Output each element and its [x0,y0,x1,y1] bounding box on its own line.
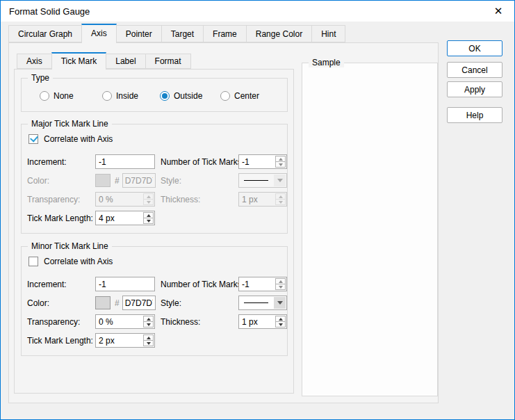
radio-outside[interactable]: Outside [160,91,202,101]
minor-thickness-spin-buttons[interactable] [275,316,286,328]
major-group-title: Major Tick Mark Line [28,119,112,129]
spin-down-icon[interactable] [144,218,153,223]
radio-center-icon[interactable] [220,91,230,101]
radio-center[interactable]: Center [220,91,259,101]
ok-button[interactable]: OK [447,40,502,56]
major-color-hash: # [111,176,122,186]
major-length-spinner[interactable] [95,211,155,225]
radio-inside-icon[interactable] [102,91,112,101]
spin-up-icon[interactable] [276,279,285,284]
minor-num-ticks-spin-buttons[interactable] [275,278,286,290]
major-row-increment: Increment: Number of Tick Marks: [27,152,287,171]
minor-row-transparency: Transparency: Thickness: [27,312,287,331]
radio-none-icon[interactable] [40,91,49,101]
major-length-spin-buttons[interactable] [143,212,154,224]
tab-hint[interactable]: Hint [311,25,345,42]
subtab-tick-mark[interactable]: Tick Mark [51,52,107,70]
major-color-hex-input [122,173,156,188]
minor-transparency-spin-buttons[interactable] [143,316,154,328]
major-color-label: Color: [27,176,95,186]
major-num-ticks-spinner[interactable] [238,154,287,169]
radio-center-label: Center [234,91,259,101]
main-tab-strip: Circular Graph Axis Pointer Target Frame… [8,24,345,43]
minor-style-label: Style: [161,298,238,308]
minor-color-field: # [95,296,155,310]
minor-color-swatch[interactable] [95,296,111,309]
radio-inside-label: Inside [116,91,138,101]
cancel-button[interactable]: Cancel [447,62,502,78]
tab-frame[interactable]: Frame [203,25,247,42]
major-correlate-checkbox[interactable] [28,134,38,144]
major-increment-input[interactable] [95,154,155,169]
minor-correlate-row[interactable]: Correlate with Axis [28,257,113,266]
chevron-down-icon[interactable] [274,297,286,309]
minor-color-hex-input[interactable] [122,296,156,310]
major-row-length: Tick Mark Length: [27,209,287,227]
spin-down-icon[interactable] [276,161,285,167]
spin-up-icon[interactable] [276,316,285,321]
minor-thickness-spinner[interactable] [238,314,287,329]
apply-button[interactable]: Apply [447,81,502,97]
radio-none[interactable]: None [40,91,74,101]
major-color-field: # [95,173,155,188]
close-icon[interactable]: ✕ [482,1,514,22]
dialog-title: Format Solid Gauge [1,6,90,17]
minor-num-ticks-label: Number of Tick Marks: [161,280,238,289]
titlebar: Format Solid Gauge ✕ [1,1,514,22]
tab-target[interactable]: Target [161,25,204,42]
tab-range-color[interactable]: Range Color [246,25,312,42]
major-num-ticks-input[interactable] [239,155,275,168]
minor-tick-mark-group: Minor Tick Mark Line Correlate with Axis… [21,246,288,356]
minor-length-input[interactable] [96,334,142,347]
help-button[interactable]: Help [447,107,502,123]
minor-style-combo[interactable] [238,296,287,310]
radio-outside-icon[interactable] [160,91,170,101]
minor-transparency-label: Transparency: [27,317,95,327]
spin-down-icon[interactable] [276,284,285,289]
minor-row-color: Color: # Style: [27,293,287,312]
major-correlate-row[interactable]: Correlate with Axis [28,134,113,144]
minor-length-label: Tick Mark Length: [27,336,95,346]
minor-length-spinner[interactable] [95,333,155,348]
spin-down-icon[interactable] [144,321,153,327]
subtab-format[interactable]: Format [145,54,191,69]
subtab-axis[interactable]: Axis [17,54,52,69]
tab-circular-graph[interactable]: Circular Graph [8,25,82,42]
sample-group-title: Sample [309,58,344,67]
spin-up-icon[interactable] [276,156,285,161]
major-num-ticks-spin-buttons[interactable] [275,156,286,168]
minor-transparency-input[interactable] [96,315,142,328]
minor-color-label: Color: [27,298,95,308]
major-transparency-spin-buttons [143,193,154,205]
format-solid-gauge-dialog: Format Solid Gauge ✕ Circular Graph Axis… [0,0,515,420]
tab-pointer[interactable]: Pointer [116,25,162,42]
spin-up-icon[interactable] [144,335,153,340]
line-style-preview [239,296,273,309]
major-transparency-spinner [95,192,155,207]
spin-up-icon [144,194,153,199]
minor-num-ticks-input[interactable] [239,277,275,291]
minor-num-ticks-spinner[interactable] [238,277,287,291]
minor-increment-input[interactable] [95,277,155,291]
spin-up-icon [276,194,285,199]
tab-axis[interactable]: Axis [81,24,117,43]
spin-down-icon [276,199,285,204]
minor-transparency-spinner[interactable] [95,314,155,329]
major-row-transparency: Transparency: Thickness: [27,190,287,209]
minor-thickness-input[interactable] [239,315,275,328]
tick-mark-panel: Type None Inside Outside [14,69,294,394]
major-style-label: Style: [161,176,238,186]
minor-correlate-checkbox[interactable] [28,257,38,266]
major-length-input[interactable] [96,211,142,225]
subtab-label[interactable]: Label [106,54,145,69]
radio-inside[interactable]: Inside [102,91,138,101]
major-style-combo [238,173,287,188]
spin-down-icon[interactable] [144,340,153,346]
type-group-title: Type [28,73,53,83]
axis-tab-panel: Axis Tick Mark Label Format Type None In… [8,42,439,403]
spin-up-icon[interactable] [144,213,153,218]
major-thickness-input [239,193,275,206]
spin-down-icon[interactable] [276,321,285,327]
minor-length-spin-buttons[interactable] [143,334,154,346]
spin-up-icon[interactable] [144,316,153,321]
